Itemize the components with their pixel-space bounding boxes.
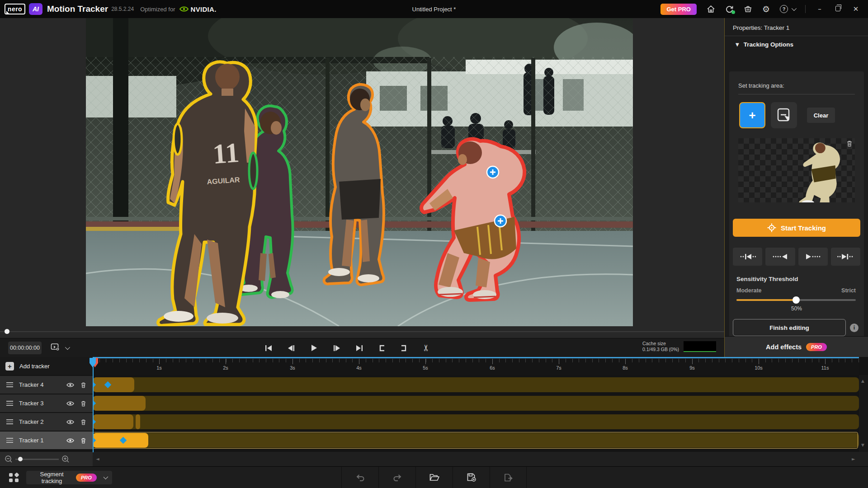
- clip-full[interactable]: [93, 396, 859, 411]
- clip-tracked[interactable]: [93, 414, 133, 429]
- modes-grid-icon[interactable]: [9, 473, 19, 483]
- skip-to-start-button[interactable]: [264, 345, 272, 352]
- video-canvas[interactable]: 11 AGUILAR: [86, 18, 633, 326]
- ruler-label: 7s: [556, 365, 561, 371]
- zoom-out-icon[interactable]: [5, 455, 13, 463]
- tracker-row-header[interactable]: Tracker 3: [0, 394, 93, 412]
- skip-to-end-button[interactable]: [356, 345, 363, 352]
- open-project-button[interactable]: [415, 467, 453, 488]
- titlebar-divider: [805, 5, 806, 13]
- delete-tracker-icon[interactable]: [80, 382, 86, 388]
- clear-button[interactable]: Clear: [807, 108, 835, 123]
- zoom-in-icon[interactable]: [61, 455, 70, 463]
- preview-options-chevron-icon[interactable]: [65, 345, 70, 350]
- previous-frame-button[interactable]: [288, 345, 295, 352]
- close-button[interactable]: ✕: [852, 5, 860, 13]
- tracking-mode-dropdown[interactable]: Segment tracking PRO: [26, 471, 112, 484]
- delete-tracker-icon[interactable]: [80, 400, 86, 407]
- finish-editing-button[interactable]: Finish editing: [733, 319, 846, 336]
- delete-tracker-icon[interactable]: [80, 437, 86, 444]
- track-backward-button[interactable]: [765, 248, 795, 266]
- tracking-point-marker[interactable]: [487, 166, 499, 178]
- tracker-name: Tracker 1: [19, 437, 66, 444]
- ruler-label: 6s: [490, 365, 495, 371]
- scroll-right-icon[interactable]: ►: [852, 456, 855, 461]
- start-tracking-label: Start Tracking: [781, 224, 826, 232]
- mark-in-button[interactable]: [379, 345, 385, 352]
- play-button[interactable]: [311, 344, 317, 352]
- tracker-track[interactable]: [93, 432, 859, 449]
- start-tracking-button[interactable]: Start Tracking: [733, 219, 860, 237]
- clip-tracked[interactable]: [93, 396, 146, 411]
- clip-segment[interactable]: [136, 414, 140, 429]
- tracking-options-header[interactable]: ▼ Tracking Options: [725, 36, 868, 52]
- nvidia-eye-icon: [179, 5, 189, 13]
- info-icon[interactable]: i: [850, 324, 859, 332]
- store-basket-icon[interactable]: [744, 5, 752, 13]
- pro-badge: PRO: [76, 474, 97, 482]
- timecode-display[interactable]: 00:00:00:00: [8, 342, 42, 354]
- preview-seek-handle[interactable]: [5, 329, 9, 334]
- sensitivity-slider-handle[interactable]: [793, 296, 800, 304]
- mark-out-button[interactable]: [401, 345, 407, 352]
- clip-full[interactable]: [93, 377, 859, 392]
- scroll-left-icon[interactable]: ◄: [96, 456, 99, 461]
- delete-tracker-icon[interactable]: [80, 419, 86, 425]
- ruler-label: 2s: [223, 365, 228, 371]
- drag-handle-icon[interactable]: [6, 382, 13, 387]
- tracker-track[interactable]: [93, 376, 859, 394]
- tracker-row-header[interactable]: Tracker 1: [0, 432, 93, 449]
- drag-handle-icon[interactable]: [6, 419, 13, 424]
- redo-button[interactable]: [378, 467, 415, 488]
- drag-handle-icon[interactable]: [6, 401, 13, 406]
- timeline-ruler[interactable]: 1s 2s 3s 4s 5s 6s 7s 8s 9s 10s 11s: [93, 357, 859, 375]
- visibility-eye-icon[interactable]: [66, 419, 74, 425]
- tracker-row-header[interactable]: Tracker 4: [0, 376, 93, 394]
- tracking-options-label: Tracking Options: [744, 41, 793, 48]
- preview-seek-track[interactable]: [0, 331, 724, 332]
- tracker-track[interactable]: [93, 413, 859, 431]
- add-effects-button[interactable]: Add effects PRO: [725, 336, 868, 357]
- app-window: nero AI Motion Tracker 28.5.2.24 Optimiz…: [0, 0, 868, 488]
- sensitivity-slider[interactable]: [736, 299, 856, 301]
- next-frame-button[interactable]: [333, 345, 340, 352]
- visibility-eye-icon[interactable]: [66, 401, 74, 406]
- scroll-up-icon[interactable]: ▲: [861, 379, 864, 383]
- visibility-eye-icon[interactable]: [66, 438, 74, 443]
- sync-icon[interactable]: [725, 5, 734, 13]
- undo-button[interactable]: [341, 467, 378, 488]
- visibility-eye-icon[interactable]: [66, 382, 74, 388]
- track-to-start-button[interactable]: [733, 248, 762, 266]
- add-area-button[interactable]: +: [739, 102, 765, 128]
- track-forward-button[interactable]: [798, 248, 828, 266]
- clip-full[interactable]: [93, 414, 859, 429]
- home-icon[interactable]: [707, 5, 715, 13]
- subtract-area-button[interactable]: [771, 102, 797, 128]
- timeline-zoom-slider[interactable]: [15, 459, 59, 460]
- cut-scissors-icon[interactable]: ✂: [421, 344, 431, 352]
- drag-handle-icon[interactable]: [6, 438, 13, 443]
- minimize-button[interactable]: –: [816, 5, 824, 13]
- display-settings-icon[interactable]: [51, 343, 60, 353]
- export-button[interactable]: [490, 467, 527, 488]
- clip-tracked[interactable]: [93, 377, 134, 392]
- settings-gear-icon[interactable]: ⚙: [762, 4, 770, 14]
- zoom-slider-handle[interactable]: [18, 457, 23, 461]
- timeline-vertical-scrollbar[interactable]: ▲ ▼: [859, 375, 868, 452]
- scroll-down-icon[interactable]: ▼: [861, 443, 864, 447]
- add-tracker-button[interactable]: + Add tracker: [0, 357, 93, 375]
- thumbnail-delete-icon[interactable]: [846, 140, 853, 149]
- get-pro-button[interactable]: Get PRO: [660, 4, 696, 15]
- help-menu[interactable]: ?: [780, 5, 795, 13]
- clip-full[interactable]: [93, 433, 859, 448]
- tracker-row: Tracker 4: [0, 376, 868, 394]
- tracking-area-thumbnail[interactable]: [738, 138, 855, 202]
- ruler-label: 10s: [755, 365, 763, 371]
- chevron-down-icon: [103, 474, 108, 479]
- save-project-button[interactable]: [453, 467, 490, 488]
- tracker-track[interactable]: [93, 394, 859, 412]
- restore-button[interactable]: [834, 5, 842, 13]
- tracker-row-header[interactable]: Tracker 2: [0, 413, 93, 431]
- track-to-end-button[interactable]: [831, 248, 860, 266]
- tracking-point-marker[interactable]: [495, 215, 506, 227]
